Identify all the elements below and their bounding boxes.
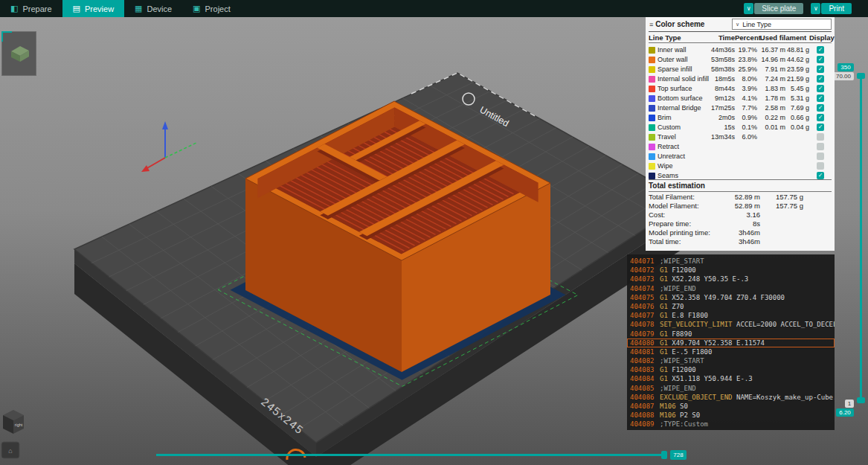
line-type-label: Sparse infill	[658, 65, 708, 73]
line-type-percent: 8.0%	[735, 75, 757, 83]
gcode-line[interactable]: 404076G1 Z70	[627, 302, 835, 311]
tab-prepare[interactable]: ◧ Prepare	[0, 0, 62, 17]
layer-slider-top-handle[interactable]	[857, 73, 865, 79]
device-tab-icon: ▦	[135, 4, 142, 13]
print-options-chevron-button[interactable]: ∨	[811, 3, 820, 14]
gcode-line[interactable]: 404089;TYPE:Custom	[627, 420, 835, 429]
total-row: Model printing time:3h46m	[649, 228, 832, 237]
move-slider-track[interactable]	[156, 454, 666, 456]
total-row: Model Filament:52.89 m157.75 g	[649, 201, 832, 210]
total-row: Total Filament:52.89 m157.75 g	[649, 192, 832, 201]
gcode-line[interactable]: 404071;WIPE_START	[627, 257, 835, 266]
color-scheme-panel: ≡ Color scheme ∨ Line Type Line Type Tim…	[646, 17, 835, 251]
gcode-line[interactable]: 404080G1 X49.704 Y52.358 E.11574	[627, 339, 835, 347]
gcode-line[interactable]: 404077G1 E.8 F1800	[627, 311, 835, 320]
total-label: Model Filament:	[649, 202, 720, 210]
navigation-cube[interactable]: right ⌂	[0, 406, 33, 465]
line-type-percent: 23.8%	[735, 56, 757, 63]
line-type-time: 13m34s	[708, 133, 735, 141]
gcode-line[interactable]: 404078SET_VELOCITY_LIMIT ACCEL=2000 ACCE…	[627, 320, 835, 329]
preview-tab-icon: ▤	[73, 4, 80, 13]
legend-row: Seams✓	[649, 169, 832, 179]
legend-row: Unretract	[649, 150, 832, 159]
print-button[interactable]: Print	[821, 3, 852, 14]
display-checkbox[interactable]: ✓	[817, 172, 824, 179]
gcode-line[interactable]: 404087M106 S0	[627, 402, 835, 411]
line-type-time: 18m5s	[708, 75, 735, 83]
line-type-label: Bottom surface	[658, 94, 708, 102]
gcode-viewer-panel[interactable]: 404071;WIPE_START404072G1 F12000404073G1…	[627, 254, 835, 430]
display-checkbox[interactable]	[817, 143, 824, 150]
gcode-line[interactable]: 404088M106 P2 S0	[627, 411, 835, 420]
gcode-line[interactable]: 404084G1 X51.118 Y50.944 E-.3	[627, 374, 835, 383]
gcode-line[interactable]: 404081G1 E-.5 F1800	[627, 347, 835, 356]
toolbar-spacer	[241, 0, 745, 17]
thumbnail-selection-marker	[1, 31, 12, 42]
gcode-line[interactable]: 404082;WIPE_START	[627, 356, 835, 365]
total-value-1: 3.16	[720, 211, 760, 219]
total-value-2: 157.75 g	[760, 193, 803, 201]
layer-slider-bottom-handle[interactable]	[857, 397, 865, 403]
gcode-line[interactable]: 404074;WIPE_END	[627, 284, 835, 293]
line-type-time: 15s	[708, 124, 735, 131]
line-type-weight: 44.62 g	[785, 56, 809, 63]
gcode-line[interactable]: 404085;WIPE_END	[627, 384, 835, 393]
line-type-length: 2.58 m	[757, 104, 785, 112]
line-type-weight: 21.59 g	[785, 75, 809, 83]
tab-project-label: Project	[205, 4, 231, 13]
view-type-dropdown[interactable]: ∨ Line Type	[732, 19, 832, 30]
col-used-filament: Used filament	[757, 33, 809, 42]
tab-preview-label: Preview	[85, 4, 114, 13]
slice-plate-button[interactable]: Slice plate	[754, 3, 803, 14]
display-checkbox[interactable]: ✓	[817, 56, 824, 63]
gcode-line[interactable]: 404086EXCLUDE_OBJECT_END NAME=Koszyk_mak…	[627, 393, 835, 402]
layer-bottom-height-badge: 6.20	[836, 408, 854, 417]
display-checkbox[interactable]	[817, 133, 824, 141]
line-type-time: 2m0s	[708, 114, 735, 121]
gcode-line[interactable]: 404073G1 X52.248 Y50.35 E-.3	[627, 275, 835, 283]
total-row: Prepare time:8s	[649, 219, 832, 228]
display-checkbox[interactable]	[817, 153, 824, 160]
line-type-time: 8m44s	[708, 85, 735, 92]
total-label: Prepare time:	[649, 219, 720, 228]
display-checkbox[interactable]: ✓	[817, 124, 824, 131]
gcode-line[interactable]: 404079G1 F8890	[627, 330, 835, 339]
legend-row: Wipe	[649, 159, 832, 169]
line-type-percent: 19.7%	[735, 46, 757, 54]
total-value-1: 3h46m	[720, 237, 760, 246]
gcode-line[interactable]: 404072G1 F12000	[627, 266, 835, 275]
plate-thumbnail[interactable]	[1, 31, 36, 76]
line-type-percent: 25.9%	[735, 65, 757, 73]
line-type-color-swatch	[649, 173, 655, 179]
display-checkbox[interactable]: ✓	[817, 85, 824, 92]
legend-row: Outer wall53m58s23.8%14.96 m44.62 g✓	[649, 53, 832, 62]
chevron-down-icon: ∨	[747, 5, 751, 12]
gcode-line[interactable]: 404083G1 F12000	[627, 365, 835, 374]
display-checkbox[interactable]: ✓	[817, 65, 824, 73]
legend-row: Internal solid infill18m5s8.0%7.24 m21.5…	[649, 72, 832, 82]
total-value-1: 8s	[720, 219, 760, 228]
tab-preview[interactable]: ▤ Preview	[62, 0, 125, 17]
tab-project[interactable]: ▣ Project	[182, 0, 241, 17]
line-type-label: Retract	[658, 143, 708, 150]
gcode-lines: 404071;WIPE_START404072G1 F12000404073G1…	[627, 257, 835, 429]
display-checkbox[interactable]: ✓	[817, 114, 824, 121]
display-checkbox[interactable]: ✓	[817, 94, 824, 102]
total-row: Cost:3.16	[649, 210, 832, 219]
layer-slider-track[interactable]	[860, 79, 862, 399]
total-value-2: 157.75 g	[760, 202, 803, 210]
total-label: Total Filament:	[649, 193, 720, 201]
total-value-1: 52.89 m	[720, 202, 760, 210]
move-slider-handle[interactable]	[661, 451, 667, 459]
collapse-legend-icon[interactable]: ≡	[649, 21, 653, 28]
line-type-percent: 4.1%	[735, 94, 757, 102]
line-type-weight: 48.81 g	[785, 46, 809, 54]
line-type-label: Internal solid infill	[658, 75, 708, 83]
display-checkbox[interactable]	[817, 162, 824, 170]
tab-device[interactable]: ▦ Device	[124, 0, 182, 17]
display-checkbox[interactable]: ✓	[817, 46, 824, 54]
slice-options-chevron-button[interactable]: ∨	[744, 3, 753, 14]
display-checkbox[interactable]: ✓	[817, 104, 824, 112]
display-checkbox[interactable]: ✓	[817, 75, 824, 83]
gcode-line[interactable]: 404075G1 X52.358 Y49.704 Z70.4 F30000	[627, 293, 835, 302]
